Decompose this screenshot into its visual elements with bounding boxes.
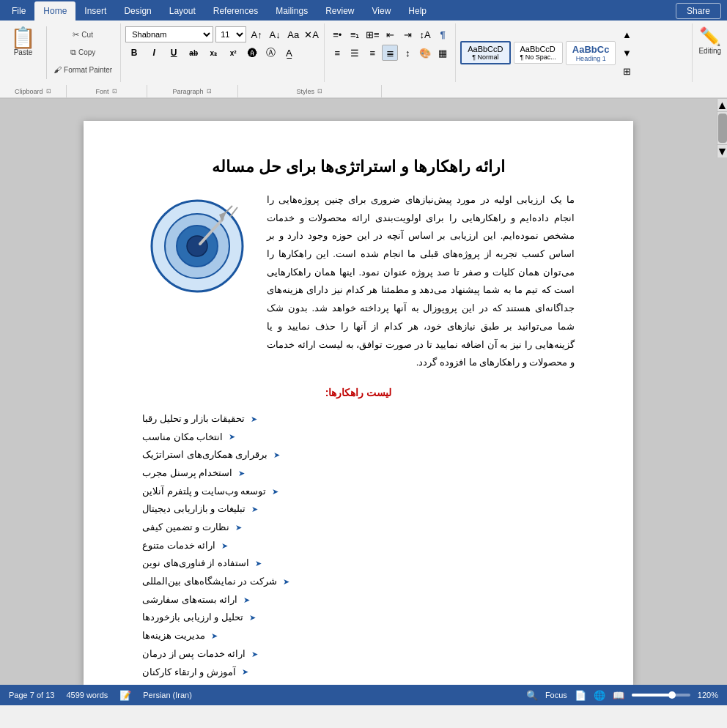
list-item: آموزش و ارتقاء کارکنان (142, 664, 575, 682)
word-count: 4599 words (66, 691, 108, 699)
style-normal-sublabel: ¶ Normal (468, 53, 503, 61)
paste-button[interactable]: 📋 Paste (4, 26, 42, 58)
align-right-button[interactable]: ≡ (364, 45, 380, 61)
menu-references[interactable]: References (204, 1, 267, 21)
web-layout-icon[interactable]: 🌐 (594, 690, 605, 701)
style-normal[interactable]: AaBbCcD ¶ Normal (460, 41, 510, 64)
borders-button[interactable]: ▦ (435, 45, 451, 61)
styles-expand-icon[interactable]: ⊡ (317, 88, 322, 94)
list-item: ارائه خدمات پس از درمان (142, 645, 575, 664)
cut-button[interactable]: ✂ Cut (51, 28, 114, 42)
line-spacing-button[interactable]: ↕ (399, 45, 416, 61)
zoom-thumb[interactable] (668, 691, 676, 699)
scrollbar-thumb[interactable] (718, 114, 727, 143)
status-bar: Page 7 of 13 4599 words 📝 Persian (Iran)… (0, 685, 727, 705)
sort-button[interactable]: ↕A (417, 26, 433, 42)
styles-expand-button[interactable]: ⊞ (619, 63, 635, 79)
style-no-spacing[interactable]: AaBbCcD ¶ No Spac... (514, 42, 563, 64)
style-h1-label: AaBbCc (572, 44, 610, 55)
status-left: Page 7 of 13 4599 words 📝 Persian (Iran) (9, 690, 192, 701)
menu-home[interactable]: Home (34, 1, 75, 21)
font-row1: Shabnam 11 A↑ A↓ Aa ✕A (125, 26, 320, 42)
focus-icon[interactable]: 🔍 (526, 690, 538, 701)
list-item: تحقیقات بازار و تحلیل رقبا (142, 410, 575, 428)
list-item: برقراری همکاری‌های استراتژیک (142, 446, 575, 464)
list-section: لیست راهکارها: تحقیقات بازار و تحلیل رقب… (142, 387, 575, 681)
styles-row: AaBbCcD ¶ Normal AaBbCcD ¶ No Spac... Aa… (460, 26, 687, 79)
format-painter-button[interactable]: 🖌 Format Painter (51, 63, 114, 77)
font-label[interactable]: Font ⊡ (67, 85, 147, 97)
numbering-button[interactable]: ≡₁ (347, 26, 363, 42)
paragraph-label-text: Paragraph (173, 88, 204, 95)
justify-button[interactable]: ≣ (382, 45, 398, 61)
menu-view[interactable]: View (364, 1, 400, 21)
menu-insert[interactable]: Insert (75, 1, 115, 21)
page-layout-icon[interactable]: 📄 (575, 690, 586, 701)
highlight-button[interactable]: Ⓐ (262, 45, 278, 61)
align-center-button[interactable]: ☰ (347, 45, 363, 61)
main-area: ▲ ▼ ارائه راهکارها و استراتژی‌ها برای حل… (0, 99, 727, 685)
styles-label[interactable]: Styles ⊡ (238, 85, 383, 97)
document-body: ما یک ارزیابی اولیه در مورد پیش‌نیازهای … (142, 191, 575, 372)
group-labels-bar: Clipboard ⊡ Font ⊡ Paragraph ⊡ Styles ⊡ (0, 85, 727, 98)
bullets-button[interactable]: ≡• (329, 26, 345, 42)
ribbon-content: 📋 Paste ✂ Cut ⧉ Copy 🖌 Format Painter Sh… (0, 21, 727, 85)
copy-button[interactable]: ⧉ Copy (51, 45, 114, 59)
increase-font-button[interactable]: A↑ (248, 26, 265, 42)
scroll-down-button[interactable]: ▼ (717, 144, 727, 157)
zoom-level: 120% (698, 691, 718, 699)
subscript-button[interactable]: x₂ (204, 45, 222, 61)
clipboard-expand-icon[interactable]: ⊡ (46, 88, 51, 94)
list-item: ارائه خدمات متنوع (142, 537, 575, 555)
menu-help[interactable]: Help (399, 1, 435, 21)
shading-para-button[interactable]: 🎨 (417, 45, 433, 61)
strikethrough-button[interactable]: ab (185, 45, 202, 61)
font-expand-icon[interactable]: ⊡ (112, 88, 117, 94)
increase-indent-button[interactable]: ⇥ (399, 26, 416, 42)
vertical-scrollbar[interactable]: ▲ ▼ (717, 99, 727, 685)
zoom-slider[interactable] (632, 694, 690, 697)
underline-button[interactable]: U (165, 45, 182, 61)
document-area: ارائه راهکارها و استراتژی‌ها برای حل مسا… (0, 99, 717, 685)
list-item: انتخاب مکان مناسب (142, 428, 575, 447)
language: Persian (Iran) (143, 691, 192, 699)
menu-file[interactable]: File (3, 1, 34, 21)
share-button[interactable]: Share (676, 3, 721, 19)
styles-up-button[interactable]: ▲ (619, 26, 635, 42)
list-item: نظارت و تضمین کیفی (142, 519, 575, 537)
list-item: استخدام پرسنل مجرب (142, 464, 575, 483)
clear-format-button[interactable]: ✕A (303, 26, 320, 42)
menu-mailings[interactable]: Mailings (267, 1, 317, 21)
align-left-button[interactable]: ≡ (329, 45, 345, 61)
list-item: توسعه وب‌سایت و پلتفرم آنلاین (142, 483, 575, 501)
font-color-button[interactable]: 🅐 (244, 45, 260, 61)
change-case-button[interactable]: Aa (285, 26, 301, 42)
font-size-select[interactable]: 11 (215, 26, 246, 42)
menu-review[interactable]: Review (317, 1, 363, 21)
decrease-indent-button[interactable]: ⇤ (382, 26, 398, 42)
style-h1-sublabel: Heading 1 (572, 55, 610, 62)
read-mode-icon[interactable]: 📖 (613, 690, 624, 701)
menu-design[interactable]: Design (115, 1, 160, 21)
focus-label: Focus (545, 691, 567, 699)
spell-check-icon[interactable]: 📝 (119, 690, 131, 701)
paragraph-label[interactable]: Paragraph ⊡ (147, 85, 238, 97)
document-page: ارائه راهکارها و استراتژی‌ها برای حل مسا… (84, 121, 633, 685)
menu-layout[interactable]: Layout (160, 1, 204, 21)
zoom-fill (632, 694, 670, 697)
list-item: شرکت در نمایشگاه‌های بین‌المللی (142, 573, 575, 591)
style-heading1[interactable]: AaBbCc Heading 1 (566, 41, 616, 65)
shading-button[interactable]: A̲ (281, 45, 297, 61)
styles-down-button[interactable]: ▼ (619, 45, 635, 61)
superscript-button[interactable]: x² (224, 45, 242, 61)
clipboard-label[interactable]: Clipboard ⊡ (0, 85, 67, 97)
multilevel-list-button[interactable]: ⊞≡ (364, 26, 380, 42)
italic-button[interactable]: I (145, 45, 163, 61)
scroll-up-button[interactable]: ▲ (717, 99, 727, 112)
font-family-select[interactable]: Shabnam (125, 26, 213, 42)
decrease-font-button[interactable]: A↓ (267, 26, 283, 42)
show-marks-button[interactable]: ¶ (435, 26, 451, 42)
bold-button[interactable]: B (125, 45, 143, 61)
paragraph-expand-icon[interactable]: ⊡ (207, 88, 212, 94)
list-title: لیست راهکارها: (142, 387, 575, 398)
